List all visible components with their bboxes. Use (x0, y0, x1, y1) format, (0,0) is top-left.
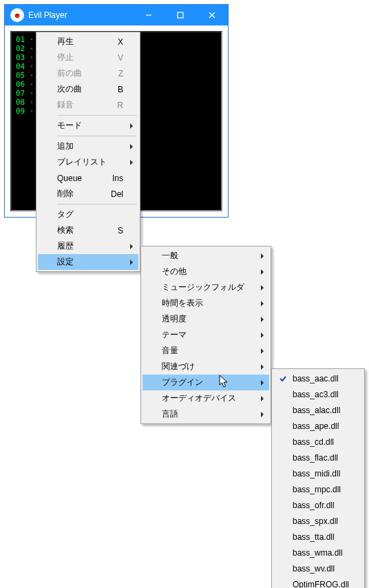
menu-settings-item[interactable]: 一般 (143, 248, 269, 264)
menu-main-item[interactable]: 検索S (38, 222, 138, 238)
menu-plugins-item[interactable]: bass_midi.dll (273, 465, 363, 481)
menu-main-item-label: タグ (57, 209, 74, 220)
submenu-arrow-icon (261, 317, 264, 322)
menu-plugins-item[interactable]: bass_ofr.dll (273, 497, 363, 513)
minimize-icon (145, 12, 152, 19)
menu-main-separator (57, 136, 137, 136)
menu-main-item-shortcut: Z (118, 69, 123, 78)
context-menu-plugins: bass_aac.dllbass_ac3.dllbass_alac.dllbas… (271, 368, 365, 588)
menu-plugins-item[interactable]: bass_mpc.dll (273, 481, 363, 497)
menu-plugins-item[interactable]: bass_alac.dll (273, 402, 363, 418)
submenu-arrow-icon (261, 348, 264, 354)
check-icon (278, 374, 288, 384)
menu-plugins-item[interactable]: bass_ac3.dll (273, 386, 363, 402)
menu-plugins-item-label: bass_cd.dll (293, 437, 334, 447)
menu-settings-item[interactable]: 関連づけ (143, 359, 269, 375)
menu-plugins-item-label: bass_wma.dll (293, 548, 343, 558)
submenu-arrow-icon (261, 396, 264, 401)
menu-main-item-shortcut: Del (111, 189, 123, 199)
menu-settings-item[interactable]: 時間を表示 (143, 295, 269, 311)
menu-settings-item-label: 音量 (162, 345, 178, 357)
maximize-icon (177, 12, 184, 19)
menu-plugins-item[interactable]: bass_cd.dll (273, 434, 363, 450)
menu-main-item-label: 削除 (57, 188, 74, 200)
menu-settings-item[interactable]: オーディオデバイス (143, 390, 269, 406)
menu-plugins-item-label: bass_midi.dll (293, 469, 340, 479)
menu-settings-item[interactable]: テーマ (143, 327, 269, 343)
menu-main-item[interactable]: QueueIns (38, 170, 138, 186)
menu-settings-item-label: 言語 (162, 408, 178, 420)
submenu-arrow-icon (130, 260, 133, 265)
close-button[interactable] (196, 5, 228, 25)
menu-main-item-shortcut: R (117, 101, 123, 110)
menu-plugins-item[interactable]: bass_spx.dll (273, 513, 363, 529)
titlebar[interactable]: ☻ Evil Player (5, 5, 228, 25)
menu-main-item[interactable]: 設定 (38, 254, 138, 270)
submenu-arrow-icon (261, 364, 264, 370)
maximize-button[interactable] (165, 5, 196, 25)
menu-main-item-label: 設定 (57, 256, 74, 268)
menu-plugins-item-label: bass_spx.dll (293, 516, 338, 526)
menu-plugins-item[interactable]: bass_flac.dll (273, 450, 363, 465)
menu-plugins-item[interactable]: bass_ape.dll (273, 418, 363, 434)
menu-settings-item-label: 関連づけ (162, 361, 195, 372)
menu-settings-item[interactable]: 言語 (143, 406, 269, 422)
menu-settings-item-label: 透明度 (162, 313, 187, 325)
menu-plugins-item-label: bass_alac.dll (293, 406, 340, 415)
menu-main-item-label: 再生 (57, 36, 74, 48)
menu-main-separator (57, 204, 137, 204)
menu-settings-item[interactable]: ミュージックフォルダ (143, 280, 269, 295)
menu-main-item[interactable]: 再生X (38, 34, 138, 50)
menu-plugins-item[interactable]: bass_tta.dll (273, 529, 363, 545)
menu-main-item: 録音R (38, 97, 138, 113)
menu-main-item[interactable]: 削除Del (38, 186, 138, 202)
menu-main-item[interactable]: 履歴 (38, 238, 138, 254)
submenu-arrow-icon (130, 160, 133, 165)
submenu-arrow-icon (261, 269, 264, 275)
menu-main-item: 停止V (38, 50, 138, 65)
menu-plugins-item-label: bass_ofr.dll (293, 501, 335, 510)
menu-settings-item-label: プラグイン (162, 377, 203, 388)
menu-plugins-item-label: bass_flac.dll (293, 453, 338, 463)
menu-settings-item-label: 一般 (162, 250, 178, 262)
menu-settings-item[interactable]: その他 (143, 264, 269, 280)
menu-main-item[interactable]: プレイリスト (38, 154, 138, 170)
menu-main-item-shortcut: V (118, 53, 123, 63)
svg-rect-1 (178, 12, 183, 18)
menu-plugins-item[interactable]: bass_wv.dll (273, 560, 363, 576)
menu-main-item[interactable]: 次の曲B (38, 81, 138, 97)
menu-plugins-item-label: bass_tta.dll (293, 532, 335, 542)
submenu-arrow-icon (261, 285, 264, 291)
minimize-button[interactable] (133, 5, 165, 25)
submenu-arrow-icon (130, 123, 133, 129)
menu-main-item-label: 次の曲 (57, 83, 82, 95)
submenu-arrow-icon (261, 412, 264, 417)
menu-main-separator (57, 115, 137, 116)
menu-plugins-item-label: bass_aac.dll (293, 374, 339, 384)
menu-settings-item-label: 時間を表示 (162, 297, 203, 309)
submenu-arrow-icon (261, 253, 264, 259)
menu-settings-item[interactable]: 音量 (143, 343, 269, 359)
menu-plugins-item[interactable]: bass_wma.dll (273, 545, 363, 560)
menu-settings-item[interactable]: プラグイン (143, 375, 269, 390)
menu-settings-item-label: その他 (162, 266, 187, 277)
menu-plugins-item-label: bass_wv.dll (293, 564, 335, 574)
menu-main-item-label: 追加 (57, 140, 74, 152)
menu-main-item[interactable]: モード (38, 118, 138, 134)
menu-plugins-item-label: bass_ape.dll (293, 421, 339, 431)
menu-main-item[interactable]: 追加 (38, 138, 138, 154)
menu-main-item[interactable]: タグ (38, 207, 138, 222)
menu-plugins-item[interactable]: bass_aac.dll (273, 370, 363, 386)
menu-plugins-item[interactable]: OptimFROG.dll (273, 576, 363, 588)
menu-plugins-item-label: bass_ac3.dll (293, 390, 339, 399)
menu-plugins-item-label: bass_mpc.dll (293, 485, 341, 494)
menu-settings-item[interactable]: 透明度 (143, 311, 269, 327)
menu-main-item-label: Queue (57, 174, 82, 183)
submenu-arrow-icon (261, 333, 264, 338)
window-title: Evil Player (28, 10, 67, 20)
submenu-arrow-icon (130, 244, 133, 249)
submenu-arrow-icon (261, 380, 264, 386)
close-icon (209, 12, 215, 19)
menu-main-item-label: プレイリスト (57, 156, 107, 168)
menu-main-item: 前の曲Z (38, 65, 138, 81)
